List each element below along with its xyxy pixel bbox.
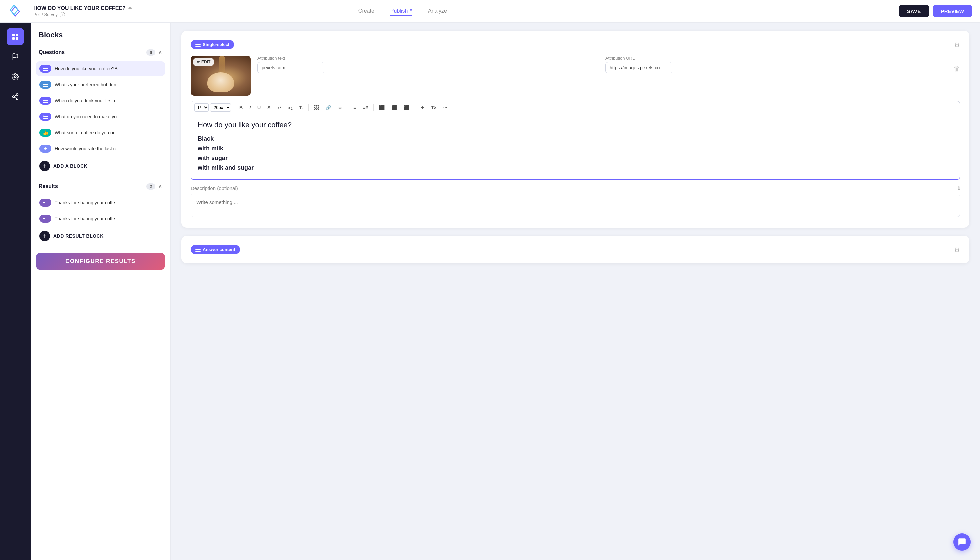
questions-count: 6 (146, 49, 155, 56)
text-format-button[interactable]: T. (297, 104, 306, 112)
tab-analyze[interactable]: Analyze (428, 7, 447, 16)
block-icon-q4 (39, 113, 51, 121)
answer-card-title-group: Answer content (191, 245, 240, 254)
sidebar-icon-flag[interactable] (7, 48, 24, 65)
block-menu-q3[interactable]: ··· (157, 97, 162, 104)
block-menu-q6[interactable]: ··· (157, 145, 162, 152)
block-menu-r2[interactable]: ··· (157, 215, 162, 222)
add-block-button[interactable]: + ADD A BLOCK (36, 157, 165, 175)
survey-image: ✏ EDIT (191, 56, 251, 96)
subscript-button[interactable]: x₂ (285, 104, 295, 112)
highlight-button[interactable]: ✦ (418, 104, 427, 112)
blocks-panel: Blocks Questions 6 ∧ How do you like you… (31, 23, 171, 560)
tab-create[interactable]: Create (358, 7, 374, 16)
block-menu-q5[interactable]: ··· (157, 129, 162, 136)
preview-button[interactable]: PREVIEW (933, 5, 972, 17)
bullet-list-button[interactable]: ≡ (351, 104, 359, 112)
fontsize-select[interactable]: 20px (210, 103, 231, 112)
results-section-header: Results 2 ∧ (36, 180, 165, 193)
link-button[interactable]: 🔗 (323, 104, 334, 112)
block-item-q4[interactable]: What do you need to make yo... ··· (36, 109, 165, 124)
description-input[interactable] (191, 194, 960, 217)
edit-title-icon[interactable]: ✏ (128, 6, 132, 11)
answer-card-type-badge: Answer content (191, 245, 240, 254)
survey-title: HOW DO YOU LIKE YOUR COFFEE? ✏ (33, 5, 132, 11)
block-item-r2[interactable]: Thanks for sharing your coffe... ··· (36, 211, 165, 226)
svg-rect-3 (16, 34, 18, 36)
delete-image-icon[interactable]: 🗑 (953, 65, 960, 73)
attribution-url-input[interactable] (605, 62, 672, 73)
content-area: Single-select ⚙ ✏ EDIT (171, 23, 980, 560)
save-button[interactable]: SAVE (899, 5, 929, 17)
editor-toolbar: P 20px B I U S x² x₂ T. 🖼 🔗 ☺ ≡ ≡# (191, 101, 960, 114)
block-item-q5[interactable]: 👍 What sort of coffee do you or... ··· (36, 125, 165, 140)
tab-publish[interactable]: Publish * (390, 7, 412, 16)
strikethrough-button[interactable]: S (265, 104, 273, 112)
chat-bubble-button[interactable] (953, 533, 971, 551)
svg-point-9 (13, 96, 15, 98)
block-icon-q5: 👍 (39, 129, 51, 137)
block-item-text-q4: What do you need to make yo... (55, 114, 153, 119)
block-menu-q4[interactable]: ··· (157, 113, 162, 120)
questions-chevron-icon[interactable]: ∧ (158, 49, 162, 56)
paragraph-select[interactable]: P (194, 103, 209, 112)
block-menu-q2[interactable]: ··· (157, 81, 162, 88)
image-button[interactable]: 🖼 (311, 104, 321, 112)
app-logo-icon[interactable] (8, 4, 23, 19)
sidebar-icon-share[interactable] (7, 88, 24, 105)
svg-rect-19 (43, 99, 48, 99)
card-title-group: Single-select (191, 40, 234, 49)
block-item-text-q1: How do you like your coffee?B... (55, 66, 153, 71)
svg-point-23 (43, 115, 44, 116)
bold-button[interactable]: B (237, 104, 245, 112)
questions-section-header: Questions 6 ∧ (36, 46, 165, 59)
superscript-button[interactable]: x² (274, 104, 284, 112)
attribution-url-label: Attribution URL (605, 56, 949, 61)
toolbar-divider-4 (373, 104, 374, 111)
align-right-button[interactable]: ⬛ (401, 104, 412, 112)
block-menu-q1[interactable]: ··· (157, 65, 162, 72)
svg-rect-20 (43, 100, 48, 101)
edit-image-button[interactable]: ✏ EDIT (193, 58, 214, 66)
block-item-q1[interactable]: How do you like your coffee?B... ··· (36, 61, 165, 76)
attribution-text-input[interactable] (257, 62, 324, 73)
configure-results-button[interactable]: CONFIGURE RESULTS (36, 253, 165, 270)
block-menu-r1[interactable]: ··· (157, 199, 162, 206)
add-result-label: ADD RESULT BLOCK (53, 233, 104, 239)
align-left-button[interactable]: ⬛ (376, 104, 387, 112)
svg-rect-32 (195, 43, 201, 43)
more-options-button[interactable]: ··· (441, 104, 450, 112)
block-icon-q2 (39, 81, 51, 89)
block-item-q2[interactable]: What's your preferred hot drin... ··· (36, 77, 165, 92)
block-item-q6[interactable]: ★ How would you rate the last c... ··· (36, 141, 165, 156)
toolbar-divider-3 (348, 104, 348, 111)
add-result-block-button[interactable]: + ADD RESULT BLOCK (36, 227, 165, 245)
align-center-button[interactable]: ⬛ (389, 104, 400, 112)
underline-button[interactable]: U (255, 104, 263, 112)
sidebar-icon-grid[interactable] (7, 28, 24, 45)
questions-label: Questions (39, 49, 65, 55)
sidebar-icons (0, 23, 31, 560)
answer-card-settings-icon[interactable]: ⚙ (954, 246, 960, 254)
editor-content[interactable]: How do you like your coffee? Black with … (191, 114, 960, 180)
nav-tabs: Create Publish * Analyze (358, 7, 447, 16)
description-info-icon[interactable]: ℹ (958, 185, 960, 191)
svg-rect-2 (12, 34, 15, 36)
block-item-q3[interactable]: When do you drink your first c... ··· (36, 93, 165, 108)
info-icon[interactable]: i (60, 12, 65, 17)
emoji-button[interactable]: ☺ (335, 104, 345, 112)
ordered-list-button[interactable]: ≡# (360, 104, 371, 112)
sidebar-icon-settings[interactable] (7, 68, 24, 85)
block-item-text-q5: What sort of coffee do you or... (55, 130, 153, 135)
results-count: 2 (146, 183, 155, 190)
description-label-row: Description (optional) ℹ (191, 185, 960, 191)
block-item-r1[interactable]: Thanks for sharing your coffe... ··· (36, 195, 165, 210)
svg-rect-14 (43, 68, 48, 69)
card-settings-icon[interactable]: ⚙ (954, 41, 960, 49)
italic-button[interactable]: I (247, 104, 253, 112)
svg-rect-29 (43, 202, 45, 203)
results-chevron-icon[interactable]: ∧ (158, 183, 162, 190)
clear-format-button[interactable]: T× (428, 104, 439, 112)
svg-rect-28 (43, 201, 46, 201)
image-attribution-row: ✏ EDIT Attribution text Attribution URL (191, 56, 960, 96)
